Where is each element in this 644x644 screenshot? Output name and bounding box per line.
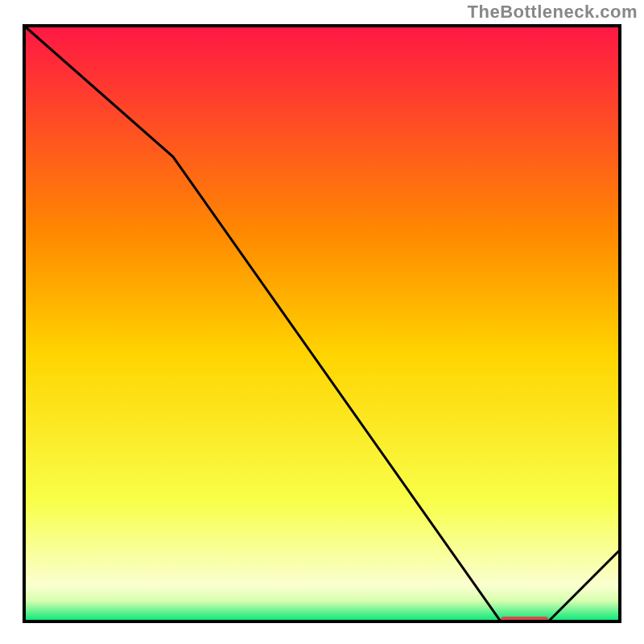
chart-svg [0, 0, 644, 644]
chart-stage: TheBottleneck.com [0, 0, 644, 644]
plot-background [24, 26, 620, 621]
